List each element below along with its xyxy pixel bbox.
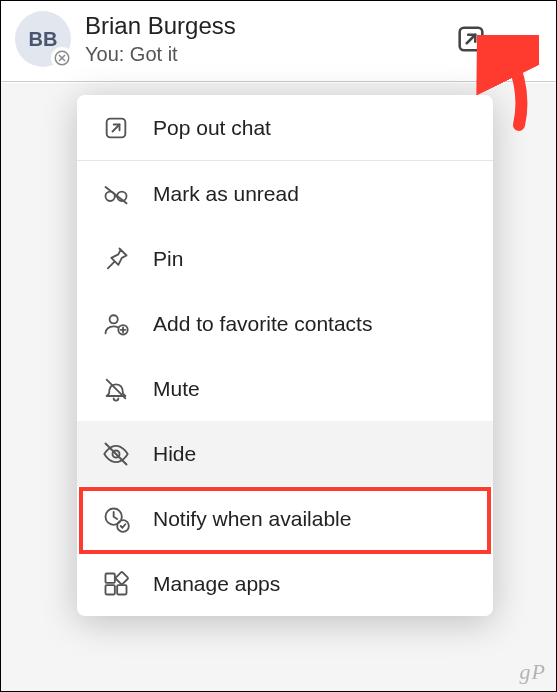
chat-preview-text: You: Got it [85,42,446,66]
menu-item-manage-apps[interactable]: Manage apps [77,551,493,616]
menu-item-hide[interactable]: Hide [77,421,493,486]
svg-rect-20 [115,571,128,584]
menu-label: Notify when available [153,507,351,531]
menu-label: Add to favorite contacts [153,312,372,336]
chat-contact-name: Brian Burgess [85,12,446,41]
menu-item-add-favorite[interactable]: Add to favorite contacts [77,291,493,356]
pop-out-icon[interactable] [454,22,488,56]
glasses-icon [101,179,131,209]
menu-item-mute[interactable]: Mute [77,356,493,421]
chat-context-menu: Pop out chat Mark as unread Pin [77,95,493,616]
watermark: gP [520,659,546,685]
bell-off-icon [101,374,131,404]
menu-label: Mark as unread [153,182,299,206]
menu-item-mark-unread[interactable]: Mark as unread [77,161,493,226]
menu-label: Manage apps [153,572,280,596]
chat-list-item[interactable]: BB Brian Burgess You: Got it [1,1,556,82]
pin-icon [101,244,131,274]
svg-rect-21 [106,585,115,594]
presence-offline-icon [51,47,73,69]
svg-rect-19 [106,573,115,582]
menu-label: Pop out chat [153,116,271,140]
avatar-wrap: BB [15,11,71,67]
add-contact-icon [101,309,131,339]
apps-icon [101,569,131,599]
svg-rect-22 [117,585,126,594]
chat-text: Brian Burgess You: Got it [85,12,446,67]
pop-out-icon [101,113,131,143]
avatar-initials: BB [29,28,58,51]
more-options-button[interactable] [502,22,536,56]
ellipsis-icon [505,36,534,43]
menu-label: Pin [153,247,183,271]
svg-point-10 [110,315,118,323]
menu-item-notify-available[interactable]: Notify when available [77,486,493,551]
menu-item-pop-out[interactable]: Pop out chat [77,95,493,160]
svg-line-6 [113,124,120,131]
chat-row-actions [454,22,536,56]
menu-label: Hide [153,442,196,466]
menu-item-pin[interactable]: Pin [77,226,493,291]
clock-check-icon [101,504,131,534]
eye-off-icon [101,439,131,469]
menu-label: Mute [153,377,200,401]
